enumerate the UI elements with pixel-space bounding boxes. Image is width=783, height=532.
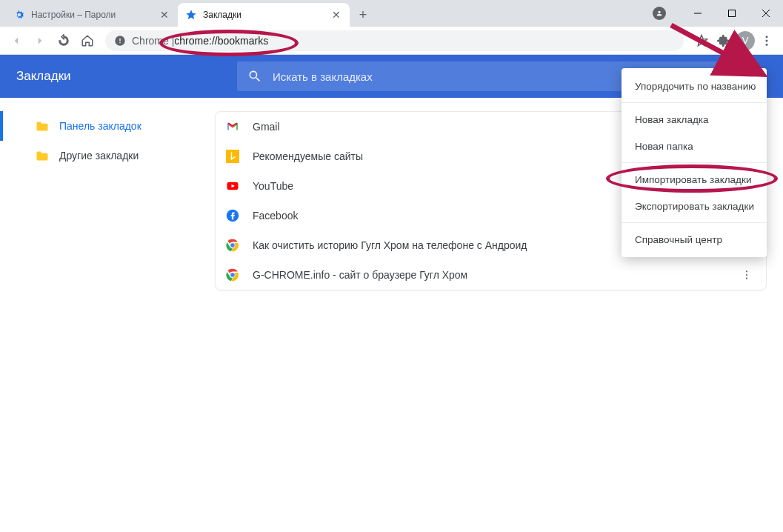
star-icon [185,9,197,21]
tab-title: Закладки [203,10,330,20]
bookmark-item[interactable]: G-CHROME.info - сайт о браузере Гугл Хро… [216,260,766,290]
sidebar-item-label: Другие закладки [59,150,139,162]
nav-forward-button[interactable] [30,30,50,51]
nav-back-button[interactable] [6,30,27,51]
browser-tab-bookmarks[interactable]: Закладки ✕ [178,3,350,27]
svg-point-3 [766,43,768,45]
more-icon[interactable] [738,269,756,281]
svg-point-1 [766,36,768,38]
svg-rect-10 [226,150,239,163]
site-info-icon[interactable] [114,35,126,47]
menu-divider [622,162,767,163]
chrome-icon [226,268,239,282]
extensions-icon[interactable] [713,30,734,51]
svg-point-32 [746,274,747,276]
menu-new-folder[interactable]: Новая папка [622,133,767,159]
youtube-icon [226,179,239,193]
svg-point-33 [746,278,747,279]
new-tab-button[interactable]: + [353,4,373,25]
window-titlebar: Настройки – Пароли ✕ Закладки ✕ + [0,0,783,27]
menu-divider [622,102,767,103]
browser-toolbar: Chrome | chrome://bookmarks V [0,27,783,55]
menu-sort-by-name[interactable]: Упорядочить по названию [622,73,767,99]
sidebar: Панель закладок Другие закладки [0,98,215,532]
close-icon[interactable]: ✕ [159,9,170,21]
menu-divider [622,222,767,223]
window-maximize-button[interactable] [715,2,749,24]
nav-home-button[interactable] [77,30,98,51]
menu-export-bookmarks[interactable]: Экспортировать закладки [622,193,767,219]
gmail-icon [226,120,239,133]
nav-reload-button[interactable] [53,30,74,51]
svg-rect-0 [729,10,736,17]
svg-point-2 [766,39,768,41]
chrome-icon [226,239,239,252]
search-icon [247,69,273,84]
sidebar-item-other-bookmarks[interactable]: Другие закладки [0,141,215,170]
window-close-button[interactable] [749,2,783,24]
window-minimize-button[interactable] [681,2,715,24]
url-prefix: Chrome | [132,35,174,47]
sidebar-item-label: Панель закладок [59,120,141,132]
folder-icon [36,150,49,161]
page-title: Закладки [0,69,237,84]
facebook-icon [226,209,239,222]
chrome-menu-button[interactable] [756,30,777,51]
bookmark-star-icon[interactable] [691,30,712,51]
menu-import-bookmarks[interactable]: Импортировать закладки [622,166,767,193]
browser-tab-settings[interactable]: Настройки – Пароли ✕ [6,3,178,27]
profile-indicator-icon[interactable] [653,7,666,20]
close-icon[interactable]: ✕ [330,9,342,21]
folder-icon [36,121,49,131]
sidebar-item-bookmarks-bar[interactable]: Панель закладок [0,111,215,141]
window-controls [653,0,783,27]
address-bar[interactable]: Chrome | chrome://bookmarks [105,30,684,51]
menu-help-center[interactable]: Справочный центр [622,226,767,253]
svg-point-31 [746,270,747,272]
avatar-letter: V [742,35,749,46]
organize-menu: Упорядочить по названию Новая закладка Н… [622,68,767,257]
profile-avatar[interactable]: V [736,31,755,50]
bookmark-title: G-CHROME.info - сайт о браузере Гугл Хро… [253,269,738,281]
settings-gear-icon [13,9,25,21]
bing-icon [226,150,239,163]
url-text: chrome://bookmarks [174,35,268,47]
tab-title: Настройки – Пароли [31,10,159,20]
menu-new-bookmark[interactable]: Новая закладка [622,106,767,133]
